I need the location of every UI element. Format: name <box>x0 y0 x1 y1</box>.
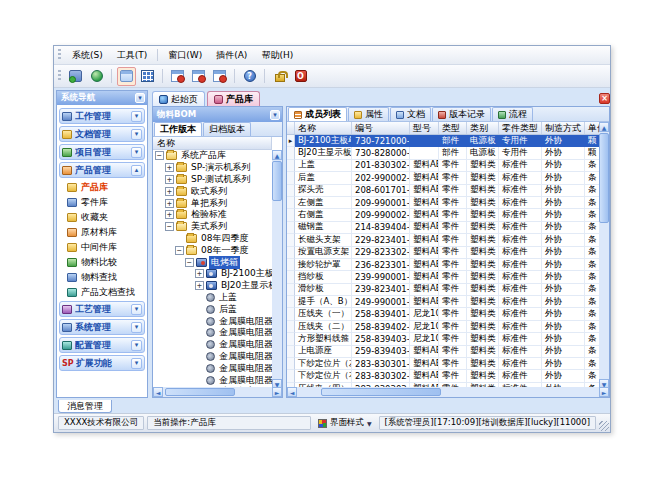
expander-minus-icon[interactable]: − <box>185 258 194 267</box>
table-row[interactable]: 上电源座259-839403-00X塑料ABS零件塑料类标准件外协条 <box>287 346 601 358</box>
table-row[interactable]: 探头壳208-601701-01X塑料ABS零件塑料类标准件外协条 <box>287 185 601 197</box>
table-row[interactable]: 方形塑料线箍258-839403-00X尼龙1010零件塑料类标准件外协条 <box>287 333 601 345</box>
sidebar-group-产品管理[interactable]: 产品管理▴ <box>59 162 145 178</box>
tree-node-电烤箱[interactable]: −电烤箱 <box>153 256 272 268</box>
sidebar-item-原材料库[interactable]: 原材料库 <box>58 225 146 240</box>
menu-item-2[interactable]: 工具(T) <box>110 47 155 64</box>
tree-node-金属膜电阻器[interactable]: 金属膜电阻器 <box>153 327 272 339</box>
expander-plus-icon[interactable]: + <box>165 187 174 196</box>
table-hscroll-thumb[interactable] <box>321 388 441 396</box>
tree-node-金属膜电阻器[interactable]: 金属膜电阻器 <box>153 315 272 327</box>
member-tab-版本记录[interactable]: 版本记录 <box>432 107 491 121</box>
message-management-tab[interactable]: 消息管理 <box>58 400 112 413</box>
table-row[interactable]: 提手（A、B）249-990001-01X塑料ABS零件塑料类标准件外协条 <box>287 296 601 308</box>
document-badge-button[interactable] <box>210 67 229 86</box>
sidebar-group-项目管理[interactable]: 项目管理▾ <box>59 144 145 160</box>
tree-vscroll-thumb[interactable] <box>272 161 282 201</box>
table-view-button[interactable] <box>138 67 157 86</box>
close-tab-icon[interactable]: × <box>599 93 610 104</box>
tree-node-08年一季度[interactable]: −08年一季度 <box>153 244 272 256</box>
tree-node-美式系列[interactable]: −美式系列 <box>153 221 272 233</box>
chevron-down-icon[interactable]: ▾ <box>131 358 142 369</box>
tree-node-系统产品库[interactable]: −系统产品库 <box>153 150 272 162</box>
chevron-down-icon[interactable]: ▾ <box>131 111 142 122</box>
table-row[interactable]: 压线夹（一）258-839401-00X尼龙1010零件塑料类标准件外协条 <box>287 308 601 320</box>
table-row[interactable]: 后盖202-990002-01X塑料ABS零件塑料类标准件外协条 <box>287 172 601 184</box>
tree-node-上盖[interactable]: 上盖 <box>153 292 272 304</box>
sidebar-item-产品文档查找[interactable]: 产品文档查找 <box>58 285 146 300</box>
tree-horizontal-scrollbar[interactable]: ◄ ► <box>153 387 282 397</box>
tree-hscroll-thumb[interactable] <box>165 388 235 396</box>
sidebar-item-物料比较[interactable]: 物料比较 <box>58 255 146 270</box>
tree-node-08年四季度[interactable]: 08年四季度 <box>153 233 272 245</box>
bom-tab-工作版本[interactable]: 工作版本 <box>154 122 202 136</box>
chevron-down-icon[interactable]: ▾ <box>131 340 142 351</box>
menu-item-1[interactable]: 系统(S) <box>65 47 110 64</box>
chevron-down-icon[interactable]: ▾ <box>131 147 142 158</box>
tree-node-金属膜电阻器[interactable]: 金属膜电阻器 <box>153 374 272 386</box>
document-add-button[interactable] <box>189 67 208 86</box>
table-row[interactable]: 左侧盖209-990001-01X塑料ABS零件塑料类标准件外协条 <box>287 197 601 209</box>
sidebar-group-扩展功能[interactable]: SP扩展功能▾ <box>59 355 145 371</box>
sidebar-group-配置管理[interactable]: 配置管理▾ <box>59 337 145 353</box>
table-row[interactable]: 下纱定位片（右）283-830302-00X塑料ABS零件塑料类标准件外协条 <box>287 370 601 382</box>
tree-node-检验标准[interactable]: +检验标准 <box>153 209 272 221</box>
table-row[interactable]: 长磁头支架229-823401-00X塑料ABS零件塑料类标准件外协条 <box>287 234 601 246</box>
sidebar-group-工艺管理[interactable]: 工艺管理▾ <box>59 301 145 317</box>
expander-plus-icon[interactable]: + <box>195 281 204 290</box>
document-close-button[interactable] <box>168 67 187 86</box>
member-tab-成员列表[interactable]: 成员列表 <box>288 107 347 121</box>
resize-grip[interactable] <box>599 421 609 431</box>
toolbar-drag-handle[interactable] <box>58 70 61 82</box>
column-header-编号[interactable]: 编号 <box>352 122 410 134</box>
table-vscroll-thumb[interactable] <box>599 133 609 223</box>
member-tab-属性[interactable]: 属性 <box>348 107 389 121</box>
table-row[interactable]: 右侧盖209-990002-01X塑料ABS零件塑料类标准件外协条 <box>287 209 601 221</box>
sidebar-item-零件库[interactable]: 零件库 <box>58 195 146 210</box>
help-button[interactable]: ? <box>240 67 259 86</box>
scroll-up-icon[interactable]: ▲ <box>599 122 609 132</box>
doc-tab-起始页[interactable]: 起始页 <box>152 91 205 106</box>
expander-minus-icon[interactable]: − <box>175 246 184 255</box>
folder-window-button[interactable] <box>117 67 136 86</box>
expander-minus-icon[interactable]: − <box>165 222 174 231</box>
pin-icon[interactable]: ▾ <box>270 110 280 120</box>
tree-node-后盖[interactable]: 后盖 <box>153 303 272 315</box>
tree-node-欧式系列[interactable]: +欧式系列 <box>153 185 272 197</box>
column-header-型号[interactable]: 型号 <box>410 122 439 134</box>
table-vertical-scrollbar[interactable]: ▲ ▼ <box>599 122 609 389</box>
table-row[interactable]: 压线夹（二）258-839402-00X尼龙1010零件塑料类标准件外协条 <box>287 321 601 333</box>
scroll-right-icon[interactable]: ► <box>599 387 609 397</box>
member-tab-文档[interactable]: 文档 <box>390 107 431 121</box>
member-tab-流程[interactable]: 流程 <box>492 107 533 121</box>
column-header-制造方式[interactable]: 制造方式 <box>542 122 585 134</box>
sidebar-group-文档管理[interactable]: 文档管理▾ <box>59 126 145 142</box>
table-row[interactable]: 滑纱板239-823401-00X塑料ABS零件塑料类标准件外协条 <box>287 284 601 296</box>
sidebar-group-系统管理[interactable]: 系统管理▾ <box>59 319 145 335</box>
scroll-left-icon[interactable]: ◄ <box>153 387 163 397</box>
expander-plus-icon[interactable]: + <box>195 269 204 278</box>
expander-plus-icon[interactable]: + <box>165 163 174 172</box>
column-header-名称[interactable]: 名称 <box>295 122 352 134</box>
table-row[interactable]: 按置电源支架229-823302-00X塑料ABS零件塑料类标准件外协条 <box>287 247 601 259</box>
sidebar-options-icon[interactable]: ▾ <box>135 93 145 103</box>
scroll-left-icon[interactable]: ◄ <box>287 387 297 397</box>
tree-column-header[interactable]: 名称 <box>153 137 272 150</box>
bom-tab-归档版本[interactable]: 归档版本 <box>203 122 251 136</box>
sidebar-item-中间件库[interactable]: 中间件库 <box>58 240 146 255</box>
sidebar-item-收藏夹[interactable]: 收藏夹 <box>58 210 146 225</box>
menubar-drag-handle[interactable] <box>58 49 61 61</box>
table-row[interactable]: BJ20主显示板730-828000-04X部件电源板专用件外协颗 <box>287 147 601 159</box>
screen-sync-button[interactable] <box>66 67 85 86</box>
table-row[interactable]: 上盖201-830302-00X塑料ABS零件塑料类标准件外协条 <box>287 160 601 172</box>
table-row[interactable]: ▸BJ-2100主板单点730-721000-12X部件电源板专用件外协颗 <box>287 135 601 147</box>
expander-minus-icon[interactable]: − <box>155 151 164 160</box>
tree-node-金属膜电阻器[interactable]: 金属膜电阻器 <box>153 362 272 374</box>
column-header-类别[interactable]: 类别 <box>467 122 499 134</box>
chevron-up-icon[interactable]: ▴ <box>131 165 142 176</box>
tree-node-SP-演示机系列[interactable]: +SP-演示机系列 <box>153 162 272 174</box>
sidebar-item-产品库[interactable]: 产品库 <box>58 180 146 195</box>
chevron-down-icon[interactable]: ▾ <box>131 322 142 333</box>
scroll-up-icon[interactable]: ▲ <box>272 150 282 160</box>
lock-button[interactable] <box>270 67 289 86</box>
